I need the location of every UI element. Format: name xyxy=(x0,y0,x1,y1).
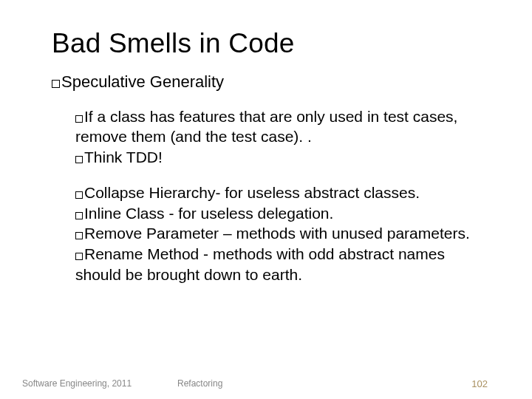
bullet-text: Speculative Generality xyxy=(61,72,224,91)
bullet-level2: Collapse Hierarchy- for useless abstract… xyxy=(75,183,488,203)
slide: Bad Smells in Code Speculative Generalit… xyxy=(0,0,532,399)
square-bullet-icon xyxy=(75,232,83,239)
bullet-text: Inline Class - for useless delegation. xyxy=(84,205,333,222)
bullet-level2: If a class has features that are only us… xyxy=(75,106,488,147)
footer: Software Engineering, 2011 Refactoring 1… xyxy=(22,378,488,389)
footer-mid: Refactoring xyxy=(177,378,222,389)
bullet-level2: Rename Method - methods with odd abstrac… xyxy=(75,244,488,284)
bullet-level2: Inline Class - for useless delegation. xyxy=(75,203,488,224)
bullet-text: If a class has features that are only us… xyxy=(75,108,457,146)
bullet-text: Rename Method - methods with odd abstrac… xyxy=(75,245,445,283)
bullet-text: Think TDD! xyxy=(84,149,163,166)
bullet-group-2: Collapse Hierarchy- for useless abstract… xyxy=(52,183,488,285)
bullet-group-1: If a class has features that are only us… xyxy=(52,106,488,168)
slide-title: Bad Smells in Code xyxy=(52,28,488,59)
square-bullet-icon xyxy=(75,156,83,163)
slide-number: 102 xyxy=(471,378,488,389)
footer-left: Software Engineering, 2011 xyxy=(22,378,132,389)
square-bullet-icon xyxy=(52,80,60,88)
bullet-text: Collapse Hierarchy- for useless abstract… xyxy=(84,184,420,201)
bullet-level1: Speculative Generality xyxy=(52,71,488,93)
bullet-level2: Remove Parameter – methods with unused p… xyxy=(75,223,488,244)
bullet-text: Remove Parameter – methods with unused p… xyxy=(84,225,470,242)
square-bullet-icon xyxy=(75,253,83,260)
square-bullet-icon xyxy=(75,115,83,123)
square-bullet-icon xyxy=(75,212,83,219)
bullet-level2: Think TDD! xyxy=(75,147,488,168)
square-bullet-icon xyxy=(75,191,83,199)
